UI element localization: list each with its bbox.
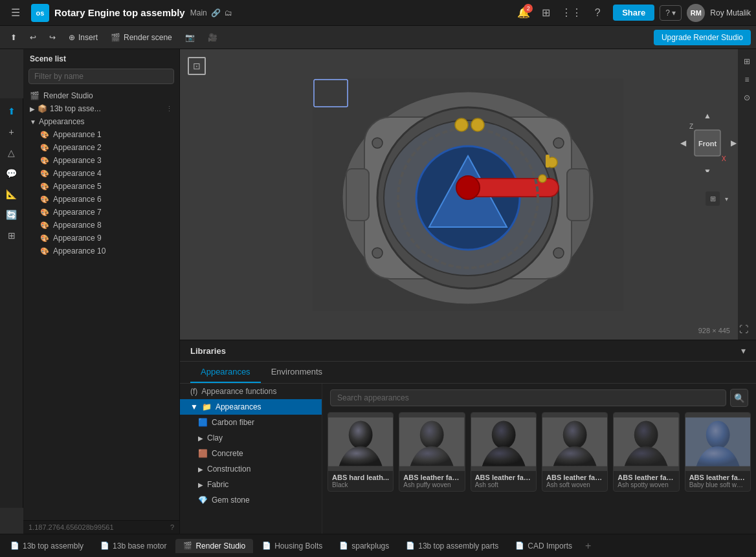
card-sub-4: Ash soft woven <box>546 481 603 488</box>
chevron-right-clay: ▶ <box>198 435 203 442</box>
view-selector[interactable]: ⊞ ▾ <box>706 191 731 206</box>
vp-tool-1[interactable]: ⊞ <box>740 54 754 69</box>
render-studio-item[interactable]: 🎬 Render Studio <box>23 89 179 102</box>
sidebar-icon-add[interactable]: + <box>3 123 21 141</box>
appearance-card-1[interactable]: ABS hard leath... Black <box>328 412 394 492</box>
notifications-button[interactable]: 🔔 2 <box>517 6 530 19</box>
new-tab-button[interactable]: + <box>581 538 595 554</box>
viewport-canvas[interactable] <box>180 49 756 340</box>
svg-text:X: X <box>722 155 726 162</box>
appearance-icon-6: 🎨 <box>40 195 49 204</box>
appearance-item-1[interactable]: 🎨Appearance 1 <box>34 128 179 141</box>
apps-button[interactable]: ⋮⋮ <box>561 3 582 23</box>
appearance-item-4[interactable]: 🎨Appearance 4 <box>34 167 179 180</box>
card-sub-5: Ash spotty woven <box>617 481 674 488</box>
svg-rect-20 <box>567 169 590 221</box>
link-icon[interactable]: 🔗 <box>211 8 221 17</box>
chevron-right-fabric: ▶ <box>198 481 203 488</box>
viewport-right-toolbar: ⊞ ≡ ⊙ <box>738 49 756 340</box>
appearance-card-6[interactable]: ABS leather fab... Baby blue soft woven <box>685 412 751 492</box>
svg-point-8 <box>456 176 480 199</box>
undo-button[interactable]: ↩ <box>25 30 41 45</box>
bottom-tab-3[interactable]: 🎬Render Studio <box>175 539 253 553</box>
bottom-tab-6[interactable]: 📄13b top assembly parts <box>398 539 506 553</box>
folder-icon[interactable]: 🗂 <box>225 8 232 17</box>
assembly-more-icon[interactable]: ⋮ <box>166 105 173 113</box>
appearance-card-4[interactable]: ABS leather fab... Ash soft woven <box>542 412 608 492</box>
bottom-tab-4[interactable]: 📄Housing Bolts <box>254 539 330 553</box>
svg-text:▶: ▶ <box>731 138 737 147</box>
share-button[interactable]: Share <box>613 5 654 21</box>
appearance-card-2[interactable]: ABS leather fab... Ash puffy woven <box>399 412 465 492</box>
search-button[interactable]: 🔍 <box>730 389 748 407</box>
assembly-section[interactable]: ▶ 📦 13b top asse... ⋮ <box>23 102 179 115</box>
insert-button[interactable]: ⊕ Insert <box>63 30 103 45</box>
libraries-panel: Libraries ▾ Appearances Environments (f)… <box>180 340 756 534</box>
frame-icon[interactable]: ⊡ <box>188 57 206 75</box>
tab-environments[interactable]: Environments <box>261 362 333 383</box>
appearance-card-3[interactable]: ABS leather fab... Ash soft <box>471 412 537 492</box>
nav-cube[interactable]: ▲ ▼ ◀ ▶ Front Z X <box>678 114 737 172</box>
scene-filter-input[interactable] <box>28 69 174 84</box>
search-appearances-input[interactable] <box>330 389 726 406</box>
appearance-icon-7: 🎨 <box>40 208 49 217</box>
upgrade-button[interactable]: Upgrade Render Studio <box>654 30 751 45</box>
appearance-item-7[interactable]: 🎨Appearance 7 <box>34 206 179 219</box>
render-scene-button[interactable]: 🎬 Render scene <box>106 30 177 45</box>
render-icon: 🎬 <box>111 33 120 42</box>
sidebar-icon-grid[interactable]: ⊞ <box>3 226 21 245</box>
sidebar-icon-comment[interactable]: 💬 <box>3 164 21 182</box>
avatar[interactable]: RM <box>687 4 705 22</box>
appearance-card-5[interactable]: ABS leather fab... Ash spotty woven <box>613 412 679 492</box>
logo-icon: os <box>31 4 49 22</box>
lib-item-concrete[interactable]: 🟫 Concrete <box>180 446 322 461</box>
appearance-item-5[interactable]: 🎨Appearance 5 <box>34 180 179 193</box>
vp-tool-2[interactable]: ≡ <box>740 72 754 87</box>
tab-appearances[interactable]: Appearances <box>190 362 261 383</box>
help-button[interactable]: ? <box>587 3 608 23</box>
lib-item-fabric[interactable]: ▶ Fabric <box>180 477 322 492</box>
appearance-item-3[interactable]: 🎨Appearance 3 <box>34 154 179 167</box>
bottom-tab-7[interactable]: 📄CAD Imports <box>507 539 580 553</box>
lib-item-clay[interactable]: ▶ Clay <box>180 430 322 446</box>
appearance-item-8[interactable]: 🎨Appearance 8 <box>34 219 179 232</box>
appearance-item-2[interactable]: 🎨Appearance 2 <box>34 141 179 154</box>
appearances-section[interactable]: ▼ Appearances <box>23 115 179 128</box>
appearance-card-img-2 <box>399 413 464 471</box>
bottom-tab-5[interactable]: 📄sparkplugs <box>331 539 397 553</box>
tab-icon-6: 📄 <box>406 541 415 550</box>
appearance-item-10[interactable]: 🎨Appearance 10 <box>34 245 179 257</box>
screenshot-button[interactable]: 📷 <box>180 30 200 45</box>
bottom-tab-2[interactable]: 📄13b base motor <box>93 539 174 553</box>
libraries-collapse-button[interactable]: ▾ <box>741 345 746 356</box>
menu-button[interactable]: ☰ <box>5 3 26 23</box>
sidebar-icon-select[interactable]: ⬆ <box>3 102 21 120</box>
sidebar-icon-rotate[interactable]: 🔄 <box>3 206 21 224</box>
lib-item-gem-stone[interactable]: 💎 Gem stone <box>180 492 322 508</box>
appearance-icon-4: 🎨 <box>40 169 49 178</box>
sidebar-icon-shapes[interactable]: △ <box>3 144 21 162</box>
lib-item-construction[interactable]: ▶ Construction <box>180 461 322 477</box>
redo-button[interactable]: ↪ <box>44 30 61 45</box>
scene-footer: 1.187.2764.656028b99561 ? <box>23 520 179 534</box>
scene-help-icon[interactable]: ? <box>170 523 174 531</box>
help-dropdown[interactable]: ? ▾ <box>660 5 682 21</box>
tool-cursor[interactable]: ⬆ <box>5 30 22 45</box>
fullscreen-icon[interactable]: ⛶ <box>739 324 748 334</box>
appearance-item-6[interactable]: 🎨Appearance 6 <box>34 193 179 206</box>
appearance-item-9[interactable]: 🎨Appearance 9 <box>34 232 179 245</box>
sidebar-icon-measure[interactable]: 📐 <box>3 185 21 203</box>
card-name-3: ABS leather fab... <box>475 474 532 481</box>
search-bar: 🔍 <box>328 389 751 407</box>
tab-icon-2: 📄 <box>100 541 109 550</box>
bottom-tab-1[interactable]: 📄13b top assembly <box>3 539 91 553</box>
branch-label[interactable]: Main <box>190 8 207 17</box>
video-button[interactable]: 🎥 <box>203 30 223 45</box>
vp-tool-3[interactable]: ⊙ <box>740 91 754 105</box>
lib-func-item-appearances[interactable]: (f) Appearance functions <box>180 384 322 399</box>
doc-title: Rotary Engine top assembly <box>54 7 185 18</box>
lib-item-carbon-fiber[interactable]: 🟦 Carbon fiber <box>180 415 322 430</box>
grid-view-button[interactable]: ⊞ <box>535 3 556 23</box>
lib-item-appearances[interactable]: ▼ 📁 Appearances <box>180 399 322 415</box>
svg-rect-19 <box>346 169 369 221</box>
